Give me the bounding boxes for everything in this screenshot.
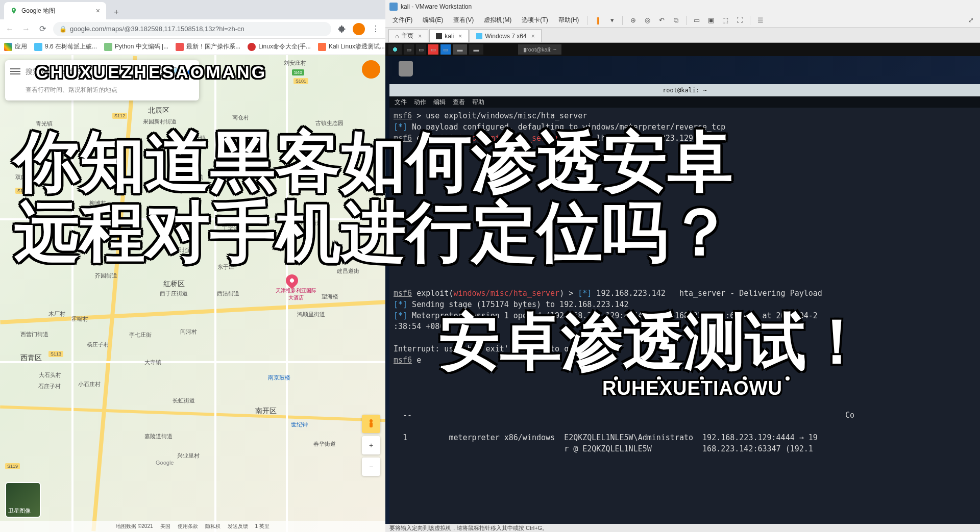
map-attribution: 地图数据 ©2021 (116, 523, 153, 530)
new-tab-button[interactable]: + (109, 5, 124, 19)
map-account-avatar[interactable] (362, 60, 380, 79)
vm-tab-home[interactable]: ⌂ 主页 × (388, 29, 428, 42)
close-tab-icon[interactable]: × (458, 33, 462, 40)
map-place-label: 闫河村 (180, 328, 197, 336)
map-place-label: 春华街道 (313, 440, 336, 448)
map-place-label: 兴业里村 (177, 452, 200, 460)
guest-os-display[interactable]: ▭ ▭ ▭ ▭ ▬ ▬ ▮ root@kali: ~ root@kali: ~ … (385, 43, 980, 524)
footer-privacy[interactable]: 隐私权 (205, 523, 220, 530)
unity-icon[interactable]: ▣ (705, 15, 717, 26)
map-place-label: 西营门街道 (20, 331, 48, 338)
dot-icon (784, 375, 791, 382)
bookmark-bar: 应用 9.6 在树莓派上破... Python 中文编码 |... 最新！国产操… (0, 39, 385, 55)
bookmark-item[interactable]: Linux命令大全(手... (248, 42, 311, 51)
vm-icon (476, 33, 482, 39)
terminal-menubar: 文件 动作 编辑 查看 帮助 (389, 96, 980, 108)
footer-terms[interactable]: 使用条款 (178, 523, 198, 530)
reload-button[interactable]: ⟳ (37, 23, 48, 35)
workspace-1[interactable]: ▬ (453, 44, 467, 55)
taskbar-app-icon[interactable]: ▭ (404, 44, 414, 55)
term-menu-view[interactable]: 查看 (453, 98, 465, 107)
address-bar[interactable]: 🔒 google.com/maps/@39.182598,117.1508518… (53, 22, 331, 36)
bookmark-item[interactable]: Python 中文编码 |... (104, 42, 168, 51)
bookmark-item[interactable]: 最新！国产操作系... (176, 42, 240, 51)
bookmark-favicon (318, 43, 326, 51)
back-button[interactable]: ← (4, 23, 15, 35)
chrome-menu-button[interactable]: ⋮ (370, 23, 381, 35)
term-menu-help[interactable]: 帮助 (472, 98, 484, 107)
vm-power-dropdown[interactable]: ▾ (606, 15, 618, 26)
menu-file[interactable]: 文件(F) (388, 14, 416, 26)
stretch-icon[interactable]: ⛶ (733, 15, 746, 26)
map-poi-label: 南京鼓楼 (268, 374, 290, 382)
zoom-out-button[interactable]: − (362, 458, 380, 476)
map-place-label: 鸿顺里街道 (297, 311, 325, 318)
library-icon[interactable]: ☰ (754, 15, 767, 26)
console-icon[interactable]: ⬚ (719, 15, 731, 26)
vm-icon (436, 33, 442, 39)
map-zoom-controls: + − (362, 415, 380, 476)
fullscreen-icon[interactable]: ▭ (691, 15, 703, 26)
footer-country[interactable]: 美国 (160, 523, 170, 530)
map-place-label: 石庄子村 (38, 383, 61, 390)
snapshot-manager-icon[interactable]: ⧉ (670, 15, 682, 26)
tab-title: Google 地图 (21, 7, 55, 15)
taskbar-app-icon[interactable]: ▭ (428, 44, 438, 55)
vmware-app-icon (389, 3, 398, 11)
snapshot-icon[interactable]: ◎ (641, 15, 653, 26)
forward-button[interactable]: → (20, 23, 32, 35)
svg-point-1 (370, 419, 373, 422)
taskbar-terminal-button[interactable]: ▮ root@kali: ~ (518, 44, 561, 55)
profile-avatar[interactable] (353, 23, 365, 35)
google-watermark: Google (156, 460, 174, 466)
vm-tab-win7[interactable]: Windows 7 x64 × (470, 29, 541, 42)
site-info-icon[interactable]: 🔒 (59, 26, 67, 33)
map-place-label: 望海楼 (322, 293, 338, 300)
map-footer: 地图数据 ©2021 美国 使用条款 隐私权 发送反馈 1 英里 (0, 521, 385, 532)
vmware-statusbar: 要将输入定向到该虚拟机，请将鼠标指针移入其中或按 Ctrl+G。 (385, 524, 980, 532)
workspace-2[interactable]: ▬ (469, 44, 483, 55)
menu-edit[interactable]: 编辑(E) (419, 14, 447, 26)
apps-bookmark[interactable]: 应用 (4, 42, 27, 51)
term-menu-file[interactable]: 文件 (395, 98, 407, 107)
kali-menu-icon[interactable] (388, 44, 402, 55)
browser-tab-maps[interactable]: Google 地图 × (4, 2, 106, 19)
map-district-label: 红桥区 (163, 280, 185, 289)
bookmark-favicon (34, 43, 42, 51)
zoom-in-button[interactable]: + (362, 436, 380, 454)
hamburger-menu-icon[interactable] (10, 68, 20, 74)
close-tab-icon[interactable]: × (531, 33, 535, 40)
menu-tabs[interactable]: 选项卡(T) (518, 14, 552, 26)
map-place-label: 长虹街道 (173, 397, 195, 404)
quick-launch-icon[interactable]: ⤢ (965, 15, 977, 26)
send-cad-icon[interactable]: ⊕ (627, 15, 639, 26)
road-shield: S113 (48, 351, 63, 357)
map-poi-label: 天津维多利亚国际大酒店 (276, 287, 316, 301)
bookmark-item[interactable]: 9.6 在树莓派上破... (34, 42, 97, 51)
footer-feedback[interactable]: 发送反馈 (228, 523, 248, 530)
menu-view[interactable]: 查看(V) (449, 14, 478, 26)
term-menu-edit[interactable]: 编辑 (433, 98, 446, 107)
bookmark-item[interactable]: Kali Linux渗透测试... (318, 42, 385, 51)
taskbar-app-icon[interactable]: ▭ (416, 44, 426, 55)
term-menu-action[interactable]: 动作 (414, 98, 426, 107)
taskbar-app-icon[interactable]: ▭ (440, 44, 451, 55)
trash-icon[interactable] (396, 61, 416, 82)
menu-help[interactable]: 帮助(H) (554, 14, 583, 26)
map-poi-label: 世纪钟 (291, 421, 308, 428)
map-district-label: 北辰区 (148, 106, 169, 115)
close-tab-icon[interactable]: × (418, 33, 422, 40)
menu-vm[interactable]: 虚拟机(M) (480, 14, 516, 26)
pause-vm-icon[interactable]: ‖ (592, 15, 604, 26)
overlay-subtitle: 安卓渗透测试！ (439, 301, 868, 384)
svg-rect-2 (370, 422, 373, 427)
map-place-label: 大石头村 (39, 371, 61, 379)
satellite-layer-toggle[interactable]: 卫星图像 (5, 482, 41, 518)
vm-tab-kali[interactable]: kali × (429, 29, 469, 42)
map-place-label: 建昌道街 (337, 267, 359, 275)
snapshot-revert-icon[interactable]: ↶ (655, 15, 668, 26)
close-tab-icon[interactable]: × (96, 7, 100, 15)
extensions-button[interactable] (336, 23, 348, 35)
search-hint-text: 查看行程时间、路况和附近的地点 (5, 83, 199, 100)
pegman-icon[interactable] (362, 415, 380, 433)
